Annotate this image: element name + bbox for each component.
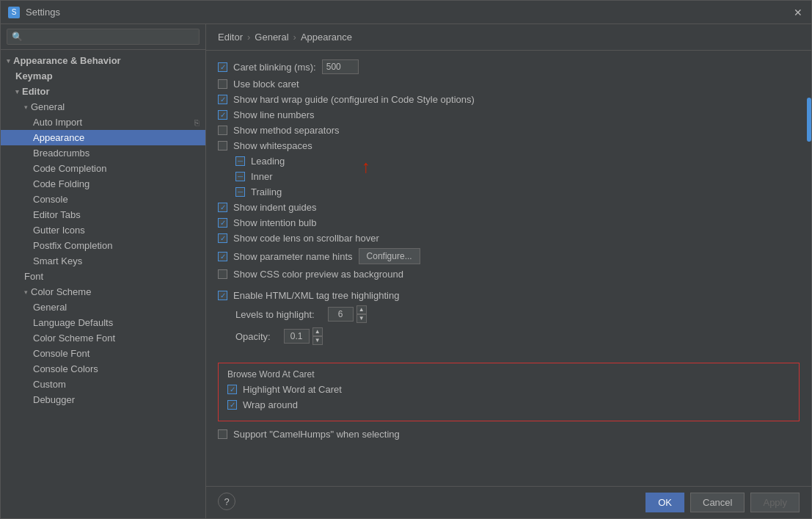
sidebar-item-keymap[interactable]: Keymap	[1, 68, 205, 84]
show-css-preview-checkbox[interactable]	[218, 269, 227, 279]
scrollbar-indicator[interactable]	[807, 98, 811, 142]
sidebar-item-auto-import[interactable]: Auto Import ⎘	[1, 115, 205, 130]
sidebar-item-color-scheme[interactable]: ▾ Color Scheme	[1, 284, 205, 300]
show-method-separators-checkbox[interactable]	[218, 126, 227, 135]
show-whitespaces-row: Show whitespaces	[218, 140, 800, 151]
levels-to-highlight-label: Levels to highlight:	[235, 309, 315, 320]
levels-input[interactable]	[328, 307, 354, 322]
inner-checkbox[interactable]	[235, 172, 245, 181]
title-bar: S Settings ✕	[1, 1, 811, 24]
cancel-button[interactable]: Cancel	[690, 493, 745, 512]
sidebar-item-appearance-behavior[interactable]: ▾ Appearance & Behavior	[1, 53, 205, 68]
enable-html-xml-label: Enable HTML/XML tag tree highlighting	[233, 290, 399, 301]
show-line-numbers-label: Show line numbers	[233, 109, 315, 120]
sidebar-item-code-completion[interactable]: Code Completion	[1, 161, 205, 176]
show-indent-guides-row: Show indent guides	[218, 202, 800, 213]
breadcrumb: Editor › General › Appearance	[206, 24, 811, 51]
breadcrumb-appearance: Appearance	[301, 32, 352, 43]
sidebar-item-custom[interactable]: Custom	[1, 377, 205, 392]
use-block-caret-checkbox[interactable]	[218, 79, 227, 89]
app-icon: S	[8, 7, 20, 18]
sidebar-item-debugger[interactable]: Debugger	[1, 392, 205, 407]
sidebar-item-editor-tabs[interactable]: Editor Tabs	[1, 207, 205, 222]
opacity-up-button[interactable]: ▲	[312, 327, 323, 336]
wrap-around-row: Wrap around	[227, 399, 790, 410]
show-method-separators-label: Show method separators	[233, 125, 340, 136]
sidebar: ▾ Appearance & Behavior Keymap ▾ Editor …	[1, 24, 206, 518]
sidebar-item-console[interactable]: Console	[1, 192, 205, 207]
use-block-caret-label: Use block caret	[233, 79, 299, 90]
wrap-around-checkbox[interactable]	[227, 400, 237, 410]
sidebar-item-postfix-completion[interactable]: Postfix Completion	[1, 238, 205, 253]
sidebar-item-console-font[interactable]: Console Font	[1, 346, 205, 361]
expand-icon: ▾	[24, 104, 28, 111]
show-intention-bulb-checkbox[interactable]	[218, 218, 227, 228]
show-line-numbers-row: Show line numbers	[218, 109, 800, 120]
sidebar-item-general[interactable]: ▾ General	[1, 99, 205, 115]
show-whitespaces-checkbox[interactable]	[218, 141, 227, 150]
show-indent-guides-label: Show indent guides	[233, 202, 316, 213]
trailing-checkbox[interactable]	[235, 187, 245, 197]
support-camelhumps-label: Support "CamelHumps" when selecting	[233, 429, 400, 440]
show-intention-bulb-label: Show intention bulb	[233, 217, 316, 228]
show-code-lens-checkbox[interactable]	[218, 233, 227, 243]
caret-blinking-label: Caret blinking (ms):	[233, 62, 316, 73]
settings-window: S Settings ✕ ▾ Appearance & Behavior Key…	[0, 0, 812, 519]
caret-blinking-checkbox[interactable]	[218, 62, 227, 72]
levels-up-button[interactable]: ▲	[356, 305, 367, 314]
configure-button[interactable]: Configure...	[359, 248, 420, 264]
expand-icon: ▾	[15, 88, 19, 95]
right-panel: ↑ Editor › General › Appearance Ca	[206, 24, 811, 518]
trailing-row: Trailing	[218, 186, 800, 197]
show-hard-wrap-checkbox[interactable]	[218, 95, 227, 104]
sidebar-item-smart-keys[interactable]: Smart Keys	[1, 253, 205, 269]
close-button[interactable]: ✕	[792, 7, 804, 18]
show-parameter-hints-row: Show parameter name hints Configure...	[218, 248, 800, 264]
window-title: Settings	[26, 7, 792, 18]
leading-label: Leading	[251, 156, 285, 167]
sidebar-item-breadcrumbs[interactable]: Breadcrumbs	[1, 145, 205, 161]
highlight-word-label: Highlight Word at Caret	[243, 384, 342, 395]
breadcrumb-sep1: ›	[247, 32, 250, 43]
main-content: ▾ Appearance & Behavior Keymap ▾ Editor …	[1, 24, 811, 518]
opacity-input[interactable]	[284, 329, 310, 344]
caret-blinking-input[interactable]	[322, 59, 359, 74]
show-indent-guides-checkbox[interactable]	[218, 203, 227, 212]
sidebar-item-color-scheme-font[interactable]: Color Scheme Font	[1, 330, 205, 346]
levels-down-button[interactable]: ▼	[356, 314, 367, 323]
show-method-separators-row: Show method separators	[218, 125, 800, 136]
sidebar-item-appearance[interactable]: Appearance	[1, 130, 205, 145]
sidebar-item-font[interactable]: Font	[1, 269, 205, 284]
breadcrumb-sep2: ›	[293, 32, 296, 43]
support-camelhumps-checkbox[interactable]	[218, 429, 227, 439]
show-whitespaces-label: Show whitespaces	[233, 140, 312, 151]
support-camelhumps-row: Support "CamelHumps" when selecting	[218, 429, 800, 440]
levels-to-highlight-row: Levels to highlight: ▲ ▼	[218, 305, 800, 323]
opacity-down-button[interactable]: ▼	[312, 336, 323, 345]
enable-html-xml-checkbox[interactable]	[218, 291, 227, 300]
opacity-label: Opacity:	[235, 331, 271, 342]
sidebar-item-code-folding[interactable]: Code Folding	[1, 176, 205, 192]
show-hard-wrap-row: Show hard wrap guide (configured in Code…	[218, 94, 800, 105]
leading-row: Leading	[218, 156, 800, 167]
sidebar-item-console-colors[interactable]: Console Colors	[1, 361, 205, 377]
highlight-word-checkbox[interactable]	[227, 385, 237, 394]
search-input[interactable]	[7, 29, 200, 45]
show-line-numbers-checkbox[interactable]	[218, 110, 227, 120]
sidebar-item-language-defaults[interactable]: Language Defaults	[1, 315, 205, 330]
ok-button[interactable]: OK	[645, 493, 684, 512]
search-box	[1, 24, 205, 50]
show-parameter-hints-checkbox[interactable]	[218, 252, 227, 261]
levels-spinner: ▲ ▼	[356, 305, 367, 323]
caret-blinking-row: Caret blinking (ms):	[218, 59, 800, 74]
sidebar-item-editor[interactable]: ▾ Editor	[1, 84, 205, 99]
enable-html-xml-row: Enable HTML/XML tag tree highlighting	[218, 290, 800, 301]
leading-checkbox[interactable]	[235, 156, 245, 166]
help-button[interactable]: ?	[218, 493, 235, 510]
show-hard-wrap-label: Show hard wrap guide (configured in Code…	[233, 94, 475, 105]
sidebar-item-gutter-icons[interactable]: Gutter Icons	[1, 222, 205, 238]
sidebar-tree: ▾ Appearance & Behavior Keymap ▾ Editor …	[1, 50, 205, 518]
apply-button[interactable]: Apply	[750, 493, 800, 512]
sidebar-item-cs-general[interactable]: General	[1, 300, 205, 315]
browse-word-title: Browse Word At Caret	[227, 369, 790, 380]
